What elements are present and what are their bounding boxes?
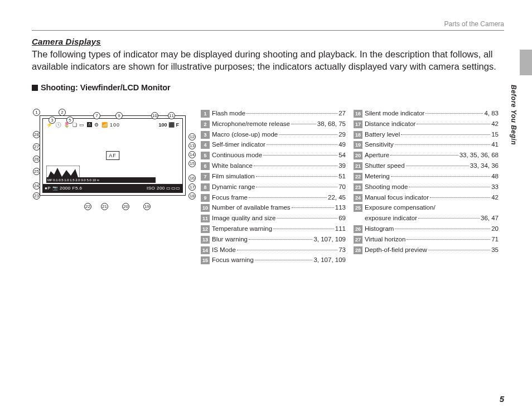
callout-21: 21	[101, 203, 108, 210]
index-page-ref: 49	[338, 140, 346, 150]
index-label: Microphone/remote release	[212, 119, 290, 129]
callout-18: 18	[188, 192, 196, 200]
content: Camera Displays The following types of i…	[32, 37, 501, 95]
index-page-ref: 33, 34, 36	[470, 161, 499, 171]
leader-dots	[395, 229, 490, 229]
index-number-badge: 22	[354, 173, 362, 181]
index-page-ref: 113	[335, 203, 346, 213]
index-label: exposure indicator	[365, 214, 417, 224]
callout-5: 5	[66, 117, 74, 124]
callout-19: 19	[143, 203, 151, 210]
square-bullet-icon	[32, 85, 38, 91]
index-label: Battery level	[365, 130, 400, 140]
callout-3: 3	[49, 117, 56, 124]
leader-dots	[390, 155, 458, 156]
index-number-badge: 7	[201, 173, 210, 181]
leader-dots	[246, 113, 337, 114]
page-title: Camera Displays	[32, 37, 501, 46]
index-page-ref: 70	[338, 182, 346, 192]
index-label: Depth-of-field preview	[365, 245, 427, 255]
index-item: 4Self-timer indicator49	[201, 140, 346, 150]
index-label: Aperture	[365, 151, 389, 161]
index-label: Flash mode	[212, 109, 245, 119]
leader-dots	[291, 124, 316, 124]
subheading-text: Shooting: Viewfinder/LCD Monitor	[41, 83, 171, 92]
leader-dots	[407, 239, 490, 240]
leader-dots	[256, 187, 337, 187]
index-page-ref: 42	[491, 193, 499, 203]
index-label: Shooting mode	[365, 182, 408, 192]
index-page-ref: 4, 83	[484, 109, 499, 119]
index-number-badge: 9	[201, 194, 210, 202]
callout-13: 13	[188, 142, 196, 149]
callout-27: 27	[33, 143, 40, 151]
index-label: Silent mode indicator	[365, 109, 424, 119]
leader-dots	[273, 229, 334, 229]
index-page-ref: 22, 45	[328, 193, 346, 203]
callout-17: 17	[188, 183, 196, 191]
index-label: Focus warning	[212, 255, 254, 265]
index-page-ref: 27	[338, 109, 346, 119]
lcd-screen: ⚡ 🕓 🌷 ❏ ▭ 🅰 ⚙ 📶 100 100 ⬛ F AF MF 0.1 0.…	[42, 118, 183, 193]
leader-dots	[406, 166, 469, 166]
callout-7: 7	[93, 112, 100, 119]
index-item: 2Microphone/remote release38, 68, 75	[201, 119, 346, 129]
index-item: 3Macro (close-up) mode29	[201, 130, 346, 140]
callout-26: 26	[33, 156, 40, 163]
index-page-ref: 3, 107, 109	[313, 255, 346, 265]
index-number-badge: 4	[201, 141, 210, 149]
index-item: 26Histogram20	[354, 224, 499, 234]
leader-dots	[277, 218, 337, 219]
leader-dots	[292, 207, 334, 208]
focus-scale: MF 0.1 0.5 1.0 1.5 2.0 3.0 5.0 10 ∞	[46, 177, 156, 183]
index-page-ref: 38, 68, 75	[317, 119, 346, 129]
index-item: 14IS Mode73	[201, 245, 346, 255]
status-left: ●P 📷 2000 F5.6	[45, 184, 83, 192]
index-label: Virtual horizon	[365, 235, 405, 245]
index-number-badge: 13	[201, 236, 210, 244]
index-item: 13Blur warning3, 107, 109	[201, 235, 346, 245]
index-label: Histogram	[365, 224, 394, 234]
index-label: Dynamic range	[212, 182, 255, 192]
index-item: 5Continuous mode54	[201, 151, 346, 161]
index-number-badge: 20	[354, 152, 362, 159]
index-label: White balance	[212, 161, 253, 171]
index-item: 8Dynamic range70	[201, 182, 346, 192]
index-number-badge: 8	[201, 183, 210, 191]
index-item: 27Virtual horizon71	[354, 235, 499, 245]
leader-dots	[418, 218, 480, 219]
header-rule	[32, 30, 504, 31]
running-header: Parts of the Camera	[444, 20, 504, 28]
callout-1: 1	[33, 109, 40, 116]
index-number-badge: 14	[201, 246, 210, 254]
index-item: 7Film simulation51	[201, 172, 346, 182]
index-page-ref: 71	[491, 235, 499, 245]
leader-dots	[395, 144, 490, 145]
index-number-badge: 5	[201, 152, 210, 159]
callout-16: 16	[188, 174, 196, 182]
index-number-badge: 23	[354, 183, 362, 191]
leader-dots	[249, 197, 327, 198]
callout-22: 22	[84, 203, 91, 210]
index-column-2: 16Silent mode indicator4, 8317Distance i…	[354, 109, 499, 266]
index-page-ref: 33, 35, 36, 68	[460, 151, 499, 161]
index-page-ref: 33	[491, 182, 499, 192]
index-page-ref: 39	[338, 161, 346, 171]
lcd-status-bar: ●P 📷 2000 F5.6 ISO 200 ▭▭▭	[43, 184, 182, 192]
index-number-badge: 28	[354, 246, 362, 254]
index-label: Metering	[365, 172, 390, 182]
status-right: ISO 200 ▭▭▭	[147, 184, 181, 192]
index-number-badge: 10	[201, 204, 210, 212]
index-item: 19Sensitivity41	[354, 140, 499, 150]
index-item: exposure indicator36, 47	[354, 214, 499, 224]
leader-dots	[263, 155, 337, 156]
leader-dots	[401, 134, 490, 135]
index-page-ref: 35	[491, 245, 499, 255]
index-column-1: 1Flash mode272Microphone/remote release3…	[201, 109, 346, 266]
callout-9: 9	[115, 112, 123, 119]
index-item: 17Distance indicator42	[354, 119, 499, 129]
index-label: Temperature warning	[212, 224, 272, 234]
index-number-badge: 26	[354, 225, 362, 233]
callout-25: 25	[33, 168, 40, 175]
index-number-badge: 16	[354, 110, 362, 118]
